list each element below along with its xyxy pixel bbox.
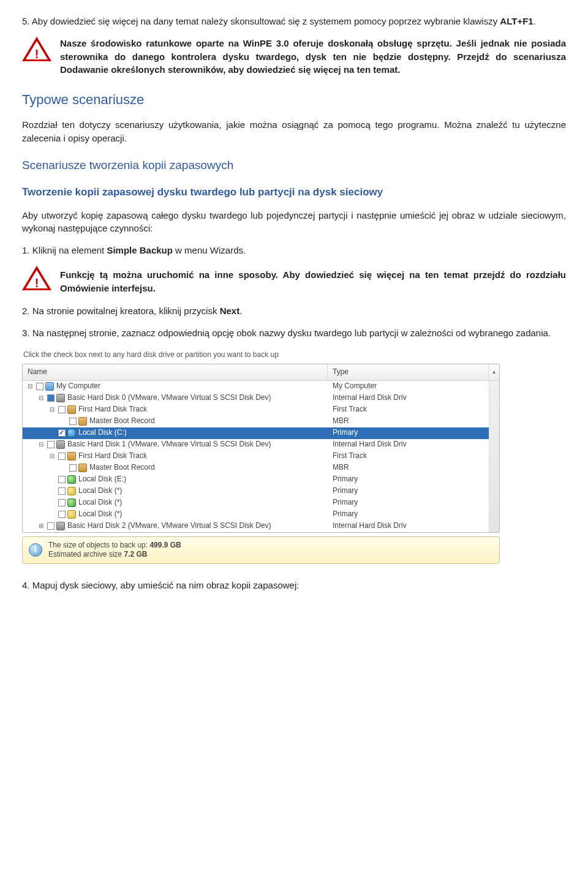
tree-cell-type: Internal Hard Disk Driv bbox=[328, 393, 489, 403]
cyl-g-icon bbox=[67, 498, 76, 507]
text: . bbox=[239, 306, 242, 316]
info-lines: The size of objects to back up: 499.9 GB… bbox=[48, 541, 181, 560]
shortcut: ALT+F1 bbox=[500, 16, 533, 26]
tree-cell-name: ⊟First Hard Disk Track bbox=[23, 404, 328, 415]
tree-toggle-icon[interactable]: ⊟ bbox=[37, 394, 45, 402]
tree-checkbox[interactable] bbox=[47, 522, 55, 530]
step-1-text: 1. Kliknij na element Simple Backup w me… bbox=[22, 244, 566, 257]
tree-row[interactable]: Master Boot RecordMBR bbox=[23, 416, 489, 427]
tree-row[interactable]: Local Disk (C:)Primary bbox=[23, 427, 489, 439]
tree-checkbox[interactable] bbox=[36, 383, 43, 390]
tree-cell-type: MBR bbox=[328, 462, 489, 473]
tree-checkbox[interactable] bbox=[58, 476, 66, 483]
info-size-value: 499.9 GB bbox=[149, 541, 181, 549]
tree-checkbox[interactable] bbox=[58, 499, 66, 506]
tree-cell-type: MBR bbox=[328, 416, 489, 426]
tree-item-label: Master Boot Record bbox=[89, 416, 155, 426]
tree-item-label: Local Disk (*) bbox=[78, 486, 122, 496]
tree-item-label: My Computer bbox=[56, 381, 100, 391]
tree-cell-name: ⊟My Computer bbox=[23, 381, 328, 391]
cyl-y-icon bbox=[67, 487, 76, 495]
button-name: Next bbox=[220, 306, 240, 316]
warning-text: Funkcję tą można uruchomić na inne sposo… bbox=[60, 266, 566, 295]
hdd-icon bbox=[56, 394, 65, 402]
tree-item-label: Basic Hard Disk 2 (VMware, VMware Virtua… bbox=[67, 521, 271, 531]
trk-icon bbox=[78, 464, 87, 472]
tree-item-label: First Hard Disk Track bbox=[78, 451, 147, 461]
tree-checkbox[interactable] bbox=[58, 406, 66, 413]
tree-row[interactable]: Local Disk (*)Primary bbox=[23, 497, 489, 509]
step-3-text: 3. Na następnej stronie, zaznacz odpowie… bbox=[22, 326, 566, 340]
tree-checkbox[interactable] bbox=[69, 464, 77, 472]
tree-cell-name: ⊟Basic Hard Disk 1 (VMware, VMware Virtu… bbox=[23, 439, 328, 449]
info-archive-label: Estimated archive size bbox=[48, 550, 124, 558]
tree-toggle-icon[interactable]: ⊞ bbox=[37, 522, 45, 530]
tree-item-label: Local Disk (C:) bbox=[78, 427, 127, 438]
tree-checkbox[interactable] bbox=[58, 453, 66, 460]
text: w menu Wizards. bbox=[173, 245, 246, 255]
tree-item-label: Local Disk (*) bbox=[78, 509, 122, 519]
column-header-type[interactable]: Type bbox=[328, 364, 488, 380]
tree-cell-name: Local Disk (*) bbox=[23, 497, 328, 508]
text: 5. Aby dowiedzieć się więcej na dany tem… bbox=[22, 16, 500, 26]
warning-note-1: ! Nasze środowisko ratunkowe oparte na W… bbox=[22, 37, 566, 77]
tree-checkbox[interactable] bbox=[58, 511, 66, 518]
backup-intro: Aby utworzyć kopię zapasową całego dysku… bbox=[22, 209, 566, 236]
info-icon: i bbox=[29, 543, 42, 557]
tree-row[interactable]: ⊟My ComputerMy Computer bbox=[23, 381, 489, 393]
comp-icon bbox=[45, 382, 54, 391]
tree-toggle-icon[interactable]: ⊟ bbox=[48, 453, 56, 460]
hdd-icon bbox=[56, 440, 65, 449]
tree-cell-name: ⊟First Hard Disk Track bbox=[23, 451, 328, 461]
tree-toggle-icon bbox=[48, 429, 56, 437]
tree-item-label: Local Disk (E:) bbox=[78, 474, 126, 484]
tree-cell-type: Primary bbox=[328, 486, 489, 496]
tree-toggle-icon[interactable]: ⊟ bbox=[37, 441, 45, 448]
column-header-name[interactable]: Name bbox=[23, 364, 328, 380]
step-5-text: 5. Aby dowiedzieć się więcej na dany tem… bbox=[22, 15, 566, 28]
info-archive-value: 7.2 GB bbox=[124, 550, 147, 558]
tree-row[interactable]: Local Disk (*)Primary bbox=[23, 486, 489, 497]
tree-cell-name: Local Disk (C:) bbox=[23, 427, 328, 438]
tree-cell-type: Internal Hard Disk Driv bbox=[328, 521, 489, 531]
trk-icon bbox=[67, 405, 76, 414]
tree-row[interactable]: ⊞Basic Hard Disk 2 (VMware, VMware Virtu… bbox=[23, 521, 489, 532]
tree-row[interactable]: ⊟First Hard Disk TrackFirst Track bbox=[23, 451, 489, 462]
tree-cell-type: Primary bbox=[328, 497, 489, 508]
tree-row[interactable]: ⊟Basic Hard Disk 1 (VMware, VMware Virtu… bbox=[23, 439, 489, 451]
step-2-text: 2. Na stronie powitalnej kreatora, klikn… bbox=[22, 304, 566, 318]
tree-cell-type: Primary bbox=[328, 509, 489, 519]
scrollbar[interactable] bbox=[489, 381, 499, 532]
tree-row[interactable]: Local Disk (E:)Primary bbox=[23, 474, 489, 486]
tree-toggle-icon[interactable]: ⊟ bbox=[48, 406, 56, 413]
step-4-text: 4. Mapuj dysk sieciowy, aby umieścić na … bbox=[22, 579, 566, 592]
tree-checkbox[interactable] bbox=[58, 487, 66, 495]
tree-row[interactable]: ⊟Basic Hard Disk 0 (VMware, VMware Virtu… bbox=[23, 393, 489, 404]
tree-row[interactable]: Master Boot RecordMBR bbox=[23, 462, 489, 474]
tree-toggle-icon bbox=[48, 476, 56, 483]
tree-row[interactable]: ⊟First Hard Disk TrackFirst Track bbox=[23, 404, 489, 416]
trk-icon bbox=[67, 452, 76, 461]
warning-text: Nasze środowisko ratunkowe oparte na Win… bbox=[60, 37, 566, 77]
tree-checkbox[interactable] bbox=[58, 429, 66, 437]
tree-cell-name: Master Boot Record bbox=[23, 462, 328, 473]
warning-icon: ! bbox=[22, 37, 51, 64]
tree-row[interactable]: Local Disk (*)Primary bbox=[23, 509, 489, 521]
tree-toggle-icon[interactable]: ⊟ bbox=[26, 383, 34, 390]
scroll-up-icon[interactable]: ▲ bbox=[488, 364, 499, 380]
tree-checkbox[interactable] bbox=[69, 418, 77, 425]
tree-header: Name Type ▲ bbox=[23, 364, 499, 380]
info-bar: i The size of objects to back up: 499.9 … bbox=[22, 536, 500, 564]
tree-checkbox[interactable] bbox=[47, 394, 55, 402]
menu-name: Simple Backup bbox=[107, 245, 173, 255]
tree-cell-type: Primary bbox=[328, 474, 489, 484]
tree-item-label: Local Disk (*) bbox=[78, 497, 122, 508]
tree-cell-name: ⊞Basic Hard Disk 2 (VMware, VMware Virtu… bbox=[23, 521, 328, 531]
wizard-instruction: Click the check box next to any hard dis… bbox=[22, 348, 500, 364]
intro-paragraph: Rozdział ten dotyczy scenariuszy użytkow… bbox=[22, 118, 566, 145]
heading-backup-to-network: Tworzenie kopii zapasowej dysku twardego… bbox=[22, 185, 566, 200]
tree-panel: Name Type ▲ ⊟My ComputerMy Computer⊟Basi… bbox=[22, 364, 500, 532]
tree-checkbox[interactable] bbox=[47, 441, 55, 448]
cyl-b-icon bbox=[67, 429, 76, 437]
cyl-y-icon bbox=[67, 510, 76, 519]
